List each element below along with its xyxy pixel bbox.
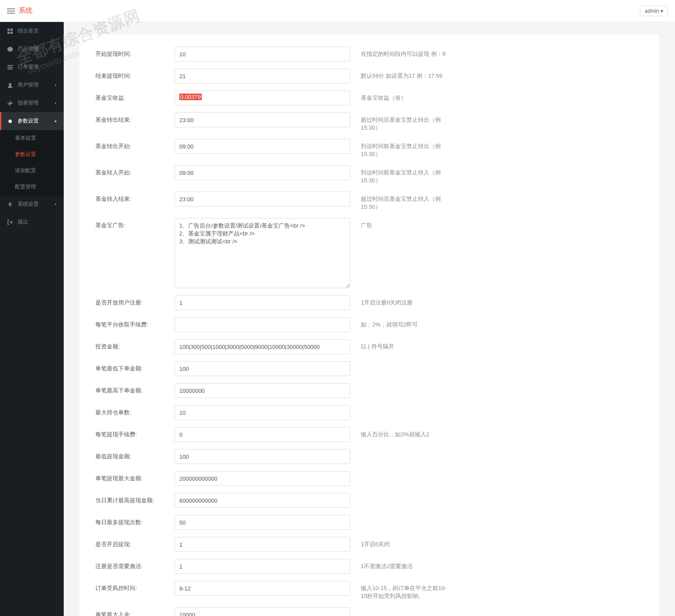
- form-label: 基金宝广告:: [95, 218, 174, 229]
- form-help: 到达时间前基金宝禁止转出（例 15:30）: [361, 139, 449, 158]
- svg-point-7: [9, 83, 11, 86]
- sidebar-item-label: 订单管理: [18, 63, 39, 71]
- menu-toggle-icon[interactable]: [7, 7, 15, 15]
- form-input[interactable]: [174, 317, 350, 332]
- form-input[interactable]: 0.00379: [174, 91, 350, 105]
- form-help: 基金宝收益（倍）: [361, 91, 449, 102]
- form-help: 超过时间后基金宝禁止转出（例 15:30）: [361, 112, 449, 132]
- form-input[interactable]: [174, 165, 350, 180]
- dashboard-icon: [7, 28, 13, 34]
- cube-icon: [7, 46, 13, 52]
- form-help: 如：2%，就填写2即可: [361, 317, 449, 329]
- form-panel: 开始提现时间:在指定的时间段内可以提现 例：9结束提现时间:默认59分 如设置为…: [80, 34, 659, 616]
- form-input[interactable]: [174, 295, 350, 310]
- sidebar-item-5[interactable]: 参数设置▸: [0, 112, 64, 130]
- form-input[interactable]: [174, 427, 350, 442]
- sub-item-3[interactable]: 配置管理: [0, 179, 64, 195]
- sidebar-item-0[interactable]: 综合首页: [0, 22, 64, 40]
- form-input[interactable]: [174, 559, 350, 574]
- form-input[interactable]: [174, 515, 350, 530]
- sidebar-item-label: 退出: [18, 218, 28, 226]
- list-icon: [7, 64, 13, 70]
- form-input[interactable]: [174, 383, 350, 398]
- cog-icon: [7, 118, 13, 124]
- form-input[interactable]: [174, 69, 350, 83]
- form-help: 1开启注册0关闭注册: [361, 295, 449, 307]
- form-help: 输入10-15，则订单在平仓之前10-15秒开始受到风控影响。: [361, 581, 449, 600]
- form-row-17: 当日累计最高提现金额:: [80, 493, 659, 508]
- form-row-18: 每日最多提现次数:: [80, 515, 659, 530]
- form-row-20: 注册是否需要激活:1不需激活2需要激活: [80, 559, 659, 574]
- form-help: 超过时间后基金宝禁止转入（例 15:30）: [361, 192, 449, 211]
- svg-rect-1: [11, 29, 13, 31]
- chevron-right-icon: ▸: [55, 119, 57, 123]
- form-help: 到达时间前基金宝禁止转入（例 15:30）: [361, 165, 449, 185]
- sidebar-item-2[interactable]: 订单管理: [0, 58, 64, 76]
- form-label: 基金转入开始:: [95, 165, 174, 177]
- highlighted-value: 0.00379: [179, 94, 202, 100]
- chevron-right-icon: ▸: [55, 83, 57, 87]
- form-input[interactable]: [174, 139, 350, 154]
- form-input[interactable]: [174, 405, 350, 420]
- sidebar-item-label: 系统设置: [18, 200, 39, 208]
- form-row-8: 是否开放用户注册:1开启注册0关闭注册: [80, 295, 659, 310]
- form-input[interactable]: [174, 192, 350, 207]
- brand-title: 系统: [18, 6, 33, 15]
- chevron-down-icon: ▾: [660, 8, 663, 14]
- form-label: 基金转出结束:: [95, 112, 174, 124]
- chevron-right-icon: ▸: [55, 101, 57, 105]
- svg-rect-0: [7, 29, 10, 31]
- form-label: 单笔最大入金:: [95, 607, 174, 616]
- form-row-16: 单笔提现最大金额:: [80, 471, 659, 486]
- form-row-14: 每笔提现手续费:输入百分比，如2%就输入2: [80, 427, 659, 442]
- chevron-right-icon: ▸: [55, 202, 57, 206]
- sidebar-item-4[interactable]: 报表管理▸: [0, 94, 64, 112]
- main-content: 开始提现时间:在指定的时间段内可以提现 例：9结束提现时间:默认59分 如设置为…: [64, 22, 675, 616]
- user-name: admin: [645, 8, 659, 14]
- sub-item-2[interactable]: 添加配置: [0, 163, 64, 179]
- form-label: 当日累计最高提现金额:: [95, 493, 174, 504]
- form-label: 基金宝收益:: [95, 91, 174, 102]
- sidebar-item-7[interactable]: 退出: [0, 213, 64, 231]
- form-input[interactable]: [174, 112, 350, 127]
- sidebar: 综合首页产品管理订单管理用户管理▸报表管理▸参数设置▸基本设置参数设置添加配置配…: [0, 22, 64, 616]
- sidebar-item-6[interactable]: 系统设置▸: [0, 195, 64, 213]
- form-row-7: 基金宝广告:广告: [80, 218, 659, 288]
- form-input[interactable]: [174, 218, 350, 288]
- form-input[interactable]: [174, 471, 350, 486]
- svg-rect-3: [11, 32, 13, 34]
- form-label: 注册是否需要激活:: [95, 559, 174, 570]
- sidebar-item-1[interactable]: 产品管理: [0, 40, 64, 58]
- svg-rect-4: [7, 65, 13, 66]
- form-label: 每笔提现手续费:: [95, 427, 174, 438]
- form-input[interactable]: [174, 47, 350, 62]
- form-input[interactable]: [174, 493, 350, 508]
- form-input[interactable]: [174, 449, 350, 464]
- form-row-1: 结束提现时间:默认59分 如设置为17 例：17:59: [80, 69, 659, 83]
- form-input[interactable]: [174, 339, 350, 354]
- form-input[interactable]: [174, 581, 350, 596]
- user-icon: [7, 82, 13, 88]
- form-row-3: 基金转出结束:超过时间后基金宝禁止转出（例 15:30）: [80, 112, 659, 132]
- sidebar-item-label: 报表管理: [18, 99, 39, 107]
- form-input[interactable]: [174, 607, 350, 616]
- sub-item-1[interactable]: 参数设置: [0, 146, 64, 163]
- sub-item-0[interactable]: 基本设置: [0, 130, 64, 146]
- sidebar-item-3[interactable]: 用户管理▸: [0, 76, 64, 94]
- chart-icon: [7, 100, 13, 106]
- svg-rect-2: [7, 32, 10, 34]
- form-row-12: 单笔最高下单金额:: [80, 383, 659, 398]
- form-input[interactable]: [174, 361, 350, 376]
- form-label: 是否开放用户注册:: [95, 295, 174, 307]
- topbar: 系统 admin ▾: [0, 0, 675, 22]
- sub-nav: 基本设置参数设置添加配置配置管理: [0, 130, 64, 195]
- form-label: 每笔平台收取手续费:: [95, 317, 174, 329]
- form-row-19: 是否开启提现:1开启0关闭: [80, 537, 659, 552]
- form-label: 是否开启提现:: [95, 537, 174, 548]
- form-label: 最大持仓单数:: [95, 405, 174, 417]
- form-input[interactable]: [174, 537, 350, 552]
- form-row-15: 最低提现金额:: [80, 449, 659, 464]
- form-help: 在指定的时间段内可以提现 例：9: [361, 47, 449, 58]
- user-dropdown[interactable]: admin ▾: [640, 6, 668, 16]
- topbar-left: 系统: [7, 6, 33, 15]
